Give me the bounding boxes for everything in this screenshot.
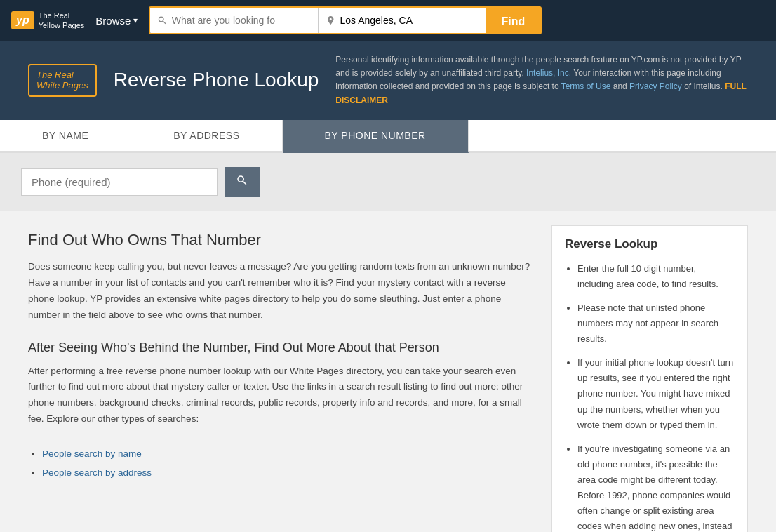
phone-search-button[interactable] [225,167,260,197]
hero-disclaimer: Personal identifying information availab… [335,53,748,107]
intelius-link[interactable]: Intelius, Inc. [526,68,571,78]
search-icon [157,15,168,26]
content-right: Reverse Lookup Enter the full 10 digit n… [551,225,748,532]
search-what-container [150,8,318,33]
list-item: Please note that unlisted phone numbers … [577,300,735,347]
list-item: People search by address [42,463,530,482]
people-search-links: People search by name People search by a… [28,444,530,482]
hero-logo-text: The Real White Pages [28,64,97,97]
phone-search-form [21,167,755,197]
top-navigation: yp The Real Yellow Pages Browse Find [0,0,776,41]
hero-banner: The Real White Pages Reverse Phone Looku… [0,41,776,120]
section-title-2: After Seeing Who's Behind the Number, Fi… [28,340,530,355]
people-search-by-name-link[interactable]: People search by name [42,448,142,459]
list-item: If your initial phone lookup doesn't tur… [577,355,735,432]
hero-title: Reverse Phone Lookup [114,69,319,91]
yp-logo[interactable]: yp The Real Yellow Pages [11,11,84,31]
sidebar-box: Reverse Lookup Enter the full 10 digit n… [551,225,748,532]
terms-link[interactable]: Terms of Use [561,81,611,91]
find-button[interactable]: Find [486,8,541,34]
privacy-link[interactable]: Privacy Policy [629,81,682,91]
tab-by-phone[interactable]: BY PHONE NUMBER [283,120,469,153]
search-what-input[interactable] [172,15,311,26]
phone-input[interactable] [21,168,218,196]
search-where-input[interactable] [340,15,479,26]
section-title-1: Find Out Who Owns That Number [28,231,530,249]
tab-by-address[interactable]: BY ADDRESS [131,120,282,153]
yp-logo-icon: yp [11,11,34,29]
section-body-2: After performing a free reverse phone nu… [28,364,530,428]
content-left: Find Out Who Owns That Number Does someo… [28,225,551,532]
tabs-container: BY NAME BY ADDRESS BY PHONE NUMBER [0,120,776,153]
tab-by-name[interactable]: BY NAME [0,120,131,153]
phone-search-icon [236,174,248,187]
hero-logo: The Real White Pages [28,64,97,97]
main-search-bar: Find [149,6,542,34]
location-icon [326,15,336,26]
yp-tagline: The Real Yellow Pages [39,11,85,31]
list-item: People search by name [42,444,530,463]
sidebar-title: Reverse Lookup [565,237,735,251]
list-item: If you're investigating someone via an o… [577,441,735,532]
search-area [0,153,776,211]
list-item: Enter the full 10 digit number, includin… [577,261,735,292]
sidebar-list: Enter the full 10 digit number, includin… [565,261,735,532]
search-where-container [319,8,486,33]
main-content: Find Out Who Owns That Number Does someo… [0,211,776,532]
browse-button[interactable]: Browse [95,15,138,27]
people-search-by-address-link[interactable]: People search by address [42,467,152,478]
section-body-1: Does someone keep calling you, but never… [28,259,530,324]
